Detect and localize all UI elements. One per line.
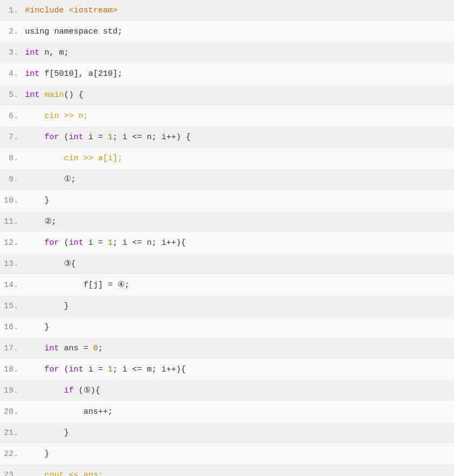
line-content: ①; (23, 170, 76, 189)
token-keyword: int (25, 69, 40, 79)
token-plain: i = (83, 365, 108, 374)
token-plain: ( (59, 133, 69, 142)
code-line: 1.#include <iostream> (0, 0, 454, 21)
token-plain: } (25, 302, 69, 311)
line-number: 2. (0, 27, 23, 36)
token-keyword: int (44, 344, 59, 353)
token-keyword: for (44, 365, 59, 374)
token-number: 1 (108, 238, 113, 247)
token-keyword: int (69, 133, 83, 142)
line-content: int ans = 0; (23, 339, 103, 358)
line-content: } (23, 445, 49, 464)
line-content: cout << ans; (23, 466, 103, 476)
code-line: 16. } (0, 317, 454, 338)
token-keyword: for (44, 133, 59, 142)
code-line: 17. int ans = 0; (0, 338, 454, 359)
code-line: 15. } (0, 296, 454, 317)
code-editor: 1.#include <iostream>2.using namespace s… (0, 0, 454, 476)
line-number: 12. (0, 238, 23, 247)
token-plain: ; i <= n; i++) { (113, 133, 191, 142)
line-number: 18. (0, 365, 23, 374)
token-plain: ; (98, 344, 103, 353)
line-number: 19. (0, 386, 23, 395)
code-line: 18. for (int i = 1; i <= m; i++){ (0, 359, 454, 380)
token-plain: (⑤){ (74, 386, 100, 395)
token-plain: n, m; (40, 48, 69, 57)
code-line: 7. for (int i = 1; i <= n; i++) { (0, 127, 454, 148)
token-function: main (44, 90, 64, 100)
line-content: ②; (23, 212, 56, 231)
token-plain: i = (83, 238, 108, 247)
line-content: for (int i = 1; i <= m; i++){ (23, 360, 186, 379)
token-plain: } (25, 196, 49, 205)
code-line: 5.int main() { (0, 84, 454, 106)
line-number: 15. (0, 302, 23, 311)
code-line: 21. } (0, 422, 454, 444)
line-number: 16. (0, 323, 23, 332)
code-line: 13. ③{ (0, 253, 454, 275)
token-plain: ①; (25, 175, 76, 184)
token-plain: ; i <= n; i++){ (113, 238, 186, 247)
code-line: 11. ②; (0, 211, 454, 232)
token-plain: ③{ (25, 259, 76, 269)
token-plain: } (25, 323, 49, 332)
line-content: } (23, 318, 49, 337)
line-content: int f[5010], a[210]; (23, 64, 122, 83)
token-number: 1 (108, 133, 113, 142)
line-number: 8. (0, 154, 23, 163)
token-number: 1 (108, 365, 113, 374)
line-number: 1. (0, 6, 23, 15)
line-number: 20. (0, 407, 23, 416)
code-line: 20. ans++; (0, 401, 454, 422)
line-number: 10. (0, 196, 23, 205)
token-plain: f[j] = ④; (25, 281, 129, 290)
token-plain: ; i <= m; i++){ (113, 365, 186, 374)
line-number: 23. (0, 471, 23, 476)
line-number: 14. (0, 281, 23, 290)
token-plain: ans++; (25, 407, 113, 416)
token-io: cin >> n; (25, 112, 88, 121)
code-line: 14. f[j] = ④; (0, 275, 454, 296)
token-plain: () { (64, 90, 83, 100)
token-plain: } (25, 449, 49, 459)
line-number: 13. (0, 259, 23, 269)
line-content: f[j] = ④; (23, 276, 129, 295)
line-number: 7. (0, 133, 23, 142)
token-plain: } (25, 428, 69, 438)
token-keyword: int (25, 48, 40, 57)
token-plain (25, 365, 44, 374)
line-number: 5. (0, 90, 23, 100)
code-line: 3.int n, m; (0, 42, 454, 63)
code-line: 12. for (int i = 1; i <= n; i++){ (0, 232, 454, 253)
token-plain: f[5010], a[210]; (40, 69, 122, 79)
token-preprocessor: #include <iostream> (25, 6, 118, 15)
token-keyword: for (44, 238, 59, 247)
token-io: cout << ans; (25, 471, 103, 476)
line-content: int main() { (23, 86, 83, 105)
token-plain (25, 344, 44, 353)
token-plain: ( (59, 238, 69, 247)
token-plain (40, 90, 44, 100)
line-content: #include <iostream> (23, 1, 118, 20)
line-number: 17. (0, 344, 23, 353)
token-keyword: int (69, 365, 83, 374)
line-number: 9. (0, 175, 23, 184)
token-plain (25, 386, 64, 395)
token-plain: using namespace std; (25, 27, 122, 36)
code-line: 22. } (0, 444, 454, 465)
line-number: 11. (0, 217, 23, 226)
code-line: 8. cin >> a[i]; (0, 148, 454, 169)
line-content: using namespace std; (23, 22, 122, 41)
line-content: int n, m; (23, 43, 69, 62)
line-number: 3. (0, 48, 23, 57)
token-plain: ( (59, 365, 69, 374)
line-content: } (23, 423, 69, 442)
line-content: if (⑤){ (23, 381, 100, 400)
line-content: cin >> a[i]; (23, 149, 122, 168)
code-line: 9. ①; (0, 169, 454, 190)
token-keyword: if (64, 386, 74, 395)
token-plain: ②; (25, 217, 56, 226)
token-plain: ans = (59, 344, 93, 353)
line-content: ans++; (23, 402, 113, 421)
code-line: 19. if (⑤){ (0, 380, 454, 401)
